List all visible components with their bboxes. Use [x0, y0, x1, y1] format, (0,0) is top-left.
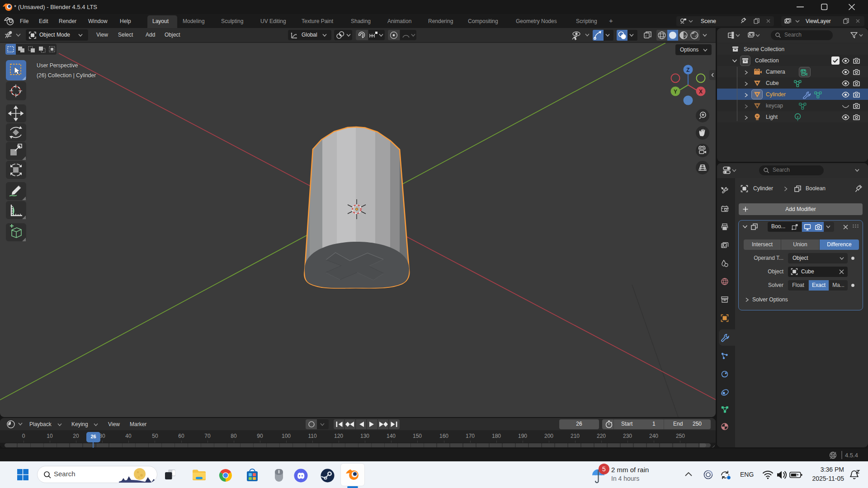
- svg-text:X: X: [699, 89, 703, 95]
- svg-text:Z: Z: [686, 67, 689, 73]
- svg-text:Y: Y: [674, 89, 677, 95]
